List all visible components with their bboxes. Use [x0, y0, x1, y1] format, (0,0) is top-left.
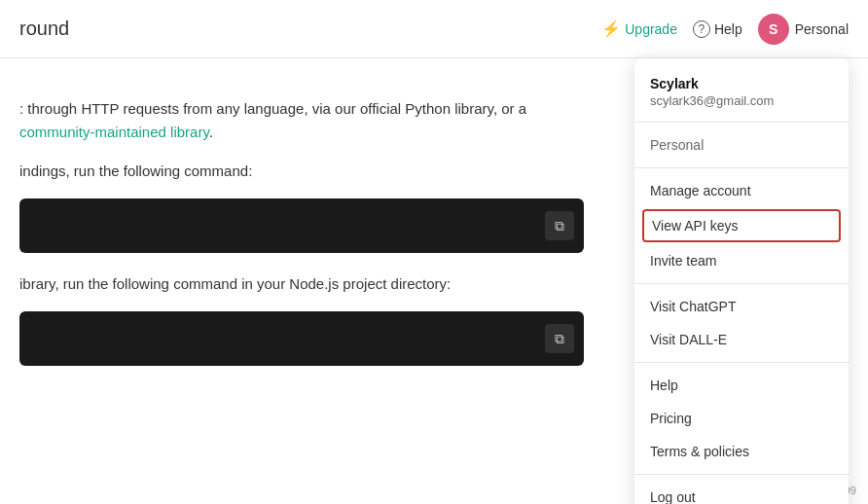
community-library-link[interactable]: community-maintained library — [19, 124, 209, 140]
dropdown-divider-3 — [634, 283, 849, 284]
dropdown-item-manage-account[interactable]: Manage account — [634, 174, 849, 207]
dropdown-item-visit-dalle[interactable]: Visit DALL-E — [634, 323, 849, 356]
avatar-label: Personal — [795, 21, 849, 37]
upgrade-label: Upgrade — [625, 21, 677, 37]
dropdown-divider-4 — [634, 362, 849, 363]
dropdown-item-invite-team[interactable]: Invite team — [634, 244, 849, 277]
copy-icon-1: ⧉ — [555, 218, 564, 234]
main-content: : through HTTP requests from any languag… — [0, 58, 623, 424]
content-text-3: ibrary, run the following command in you… — [19, 272, 584, 296]
header: round ⚡ Upgrade ? Help S Personal — [0, 0, 868, 58]
header-actions: ⚡ Upgrade ? Help S Personal — [601, 14, 849, 45]
help-button[interactable]: ? Help — [693, 20, 742, 38]
page-title: round — [19, 18, 69, 40]
content-text-2: indings, run the following command: — [19, 160, 584, 183]
upgrade-button[interactable]: ⚡ Upgrade — [601, 19, 677, 38]
dropdown-divider-2 — [634, 167, 849, 168]
dropdown-item-visit-chatgpt[interactable]: Visit ChatGPT — [634, 290, 849, 323]
dropdown-item-personal[interactable]: Personal — [634, 128, 849, 162]
content-text-1: : through HTTP requests from any languag… — [19, 97, 584, 144]
code-block-1: ⧉ — [19, 198, 584, 253]
bolt-icon: ⚡ — [601, 19, 621, 38]
help-circle-icon: ? — [693, 20, 710, 38]
help-label: Help — [714, 21, 742, 37]
dropdown-item-view-api-keys[interactable]: View API keys — [642, 209, 841, 242]
dropdown-divider-5 — [634, 474, 849, 475]
copy-button-1[interactable]: ⧉ — [545, 211, 574, 240]
dropdown-item-terms[interactable]: Terms & policies — [634, 435, 849, 468]
text-period: . — [209, 124, 213, 140]
dropdown-item-help[interactable]: Help — [634, 369, 849, 402]
user-dropdown-menu: Scylark scylark36@gmail.com Personal Man… — [634, 58, 849, 504]
dropdown-email: scylark36@gmail.com — [650, 93, 833, 108]
dropdown-divider-1 — [634, 122, 849, 123]
copy-button-2[interactable]: ⧉ — [545, 324, 574, 353]
dropdown-item-logout[interactable]: Log out — [634, 481, 849, 504]
dropdown-item-pricing[interactable]: Pricing — [634, 402, 849, 435]
text-before-link: : through HTTP requests from any languag… — [19, 100, 526, 117]
dropdown-header: Scylark scylark36@gmail.com — [634, 66, 849, 116]
copy-icon-2: ⧉ — [555, 331, 564, 347]
dropdown-username: Scylark — [650, 76, 833, 91]
user-menu-button[interactable]: S Personal — [758, 14, 849, 45]
avatar: S — [758, 14, 789, 45]
code-block-2: ⧉ — [19, 311, 584, 366]
